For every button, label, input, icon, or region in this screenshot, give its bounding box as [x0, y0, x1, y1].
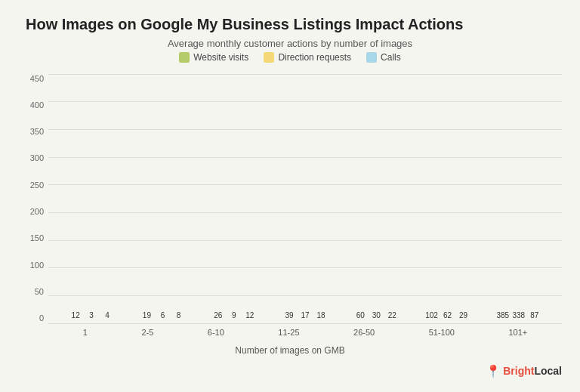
- bar-value-label: 19: [143, 311, 151, 319]
- x-axis-label: 1: [83, 323, 88, 342]
- y-axis-label: 300: [30, 153, 44, 162]
- x-axis-title: Number of images on GMB: [18, 345, 562, 356]
- bar-value-label: 102: [425, 311, 438, 319]
- legend-item: Calls: [366, 52, 401, 63]
- branding: 📍 BrightLocal: [486, 364, 562, 378]
- bar-value-label: 3: [89, 311, 94, 319]
- bar-value-label: 26: [214, 311, 222, 319]
- bar-value-label: 29: [459, 311, 467, 319]
- y-axis: 450400350300250200150100500: [18, 70, 48, 342]
- chart-area: 450400350300250200150100500 123419682691…: [18, 70, 562, 342]
- y-axis-label: 450: [30, 74, 44, 83]
- bar-value-label: 6: [161, 311, 165, 319]
- x-axis-label: 101+: [508, 323, 527, 342]
- plot-area: 1234196826912391718603022102622938533887…: [48, 70, 562, 342]
- y-axis-label: 100: [30, 261, 44, 270]
- y-axis-label: 400: [30, 100, 44, 110]
- bar-value-label: 39: [285, 311, 293, 319]
- bar-value-label: 8: [177, 311, 181, 319]
- bar-value-label: 62: [443, 311, 452, 319]
- y-axis-label: 250: [30, 181, 44, 190]
- bar-value-label: 22: [388, 311, 396, 319]
- x-axis-label: 26-50: [353, 323, 375, 342]
- y-axis-label: 150: [30, 233, 44, 242]
- bar-value-label: 17: [301, 311, 309, 319]
- brand-icon: 📍: [486, 364, 501, 378]
- bar-value-label: 87: [530, 311, 538, 319]
- legend: Website visitsDirection requestsCalls: [18, 52, 562, 63]
- y-axis-label: 50: [35, 287, 44, 296]
- bars-area: 1234196826912391718603022102622938533887: [48, 74, 562, 323]
- brand-text: BrightLocal: [503, 365, 562, 377]
- chart-container: How Images on Google My Business Listing…: [3, 4, 577, 389]
- x-axis-labels: 12-56-1011-2526-5051-100101+: [48, 323, 562, 342]
- x-axis-label: 51-100: [429, 323, 455, 342]
- x-axis-label: 11-25: [278, 323, 299, 342]
- bar-value-label: 30: [372, 311, 381, 319]
- x-axis-label: 2-5: [141, 323, 153, 342]
- y-axis-label: 0: [39, 313, 44, 323]
- bar-value-label: 4: [105, 311, 110, 319]
- y-axis-label: 200: [30, 207, 44, 216]
- bar-value-label: 9: [232, 311, 236, 319]
- legend-item: Website visits: [179, 52, 248, 63]
- bar-value-label: 385: [496, 311, 509, 319]
- bar-value-label: 18: [316, 311, 325, 319]
- subtitle: Average monthly customer actions by numb…: [18, 38, 562, 49]
- bar-value-label: 338: [512, 311, 525, 319]
- bar-value-label: 12: [72, 311, 80, 319]
- bar-value-label: 60: [356, 311, 365, 319]
- bar-value-label: 12: [245, 311, 254, 319]
- main-title: How Images on Google My Business Listing…: [18, 16, 562, 33]
- x-axis-label: 6-10: [208, 323, 224, 342]
- legend-item: Direction requests: [264, 52, 351, 63]
- y-axis-label: 350: [30, 127, 44, 136]
